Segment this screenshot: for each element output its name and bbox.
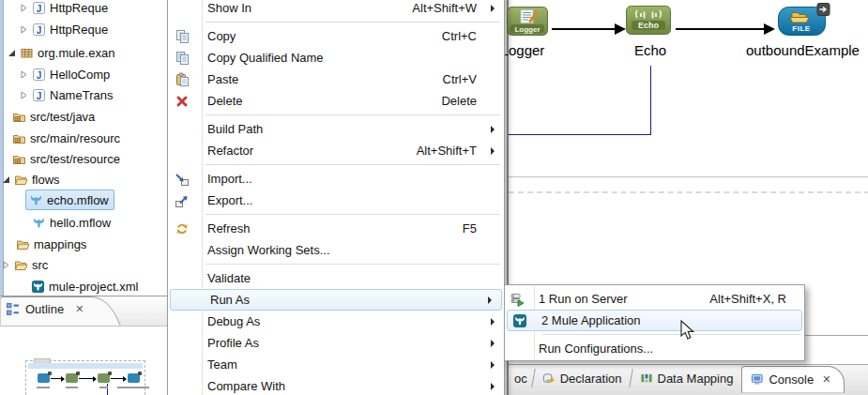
mule-flow-icon bbox=[29, 193, 43, 207]
tree-item-hello-mflow[interactable]: hello.mflow bbox=[3, 212, 111, 233]
expand-collapsed-icon[interactable] bbox=[21, 4, 29, 12]
tree-item-httpreque-1[interactable]: J HttpReque bbox=[3, 0, 108, 18]
expand-expanded-icon[interactable] bbox=[8, 49, 17, 57]
thumb-node bbox=[38, 373, 50, 383]
tree-item-label: NameTrans bbox=[50, 88, 113, 102]
submenu-arrow-icon bbox=[486, 147, 499, 155]
expand-collapsed-icon[interactable] bbox=[21, 91, 29, 99]
outline-tab-label: Outline bbox=[25, 302, 64, 316]
thumb-title-bar bbox=[28, 363, 143, 369]
tree-item-flows[interactable]: flows bbox=[3, 169, 60, 190]
flow-arrowhead bbox=[764, 23, 775, 35]
close-icon[interactable]: ✕ bbox=[75, 303, 84, 315]
java-class-icon: J bbox=[32, 23, 46, 37]
file-icon-label: FILE bbox=[792, 24, 810, 33]
tab-partial-oc[interactable]: oc bbox=[509, 366, 533, 391]
menu-item-import[interactable]: Import... bbox=[168, 168, 504, 190]
submenu-item-mule-application[interactable]: 2 Mule Application bbox=[507, 310, 802, 331]
run-on-server-icon bbox=[505, 292, 529, 307]
tab-outline[interactable]: Outline ✕ bbox=[7, 302, 84, 316]
close-icon[interactable]: ✕ bbox=[822, 373, 830, 386]
menu-item-assign-working-sets[interactable]: Assign Working Sets... bbox=[168, 239, 504, 261]
package-explorer: J HttpReque J HttpReque org.mule.exan J … bbox=[0, 0, 167, 296]
bottom-tab-bar: oc Declaration Data Mapping Console ✕ bbox=[509, 364, 868, 395]
tree-item-nametrans[interactable]: J NameTrans bbox=[3, 84, 113, 105]
submenu-arrow-icon bbox=[486, 5, 499, 12]
menu-item-validate[interactable]: Validate bbox=[168, 267, 504, 289]
flow-node-echo[interactable]: Echo bbox=[626, 6, 671, 38]
flow-node-logger[interactable]: Logger bbox=[507, 7, 548, 39]
expand-expanded-icon[interactable] bbox=[3, 175, 11, 184]
menu-item-run-as[interactable]: Run As bbox=[170, 289, 502, 311]
svg-text:J: J bbox=[37, 90, 42, 100]
mule-flow-icon bbox=[32, 216, 46, 230]
tree-item-mule-project-xml[interactable]: mule-project.xml bbox=[3, 276, 138, 296]
tab-label: Declaration bbox=[560, 372, 622, 386]
menu-item-compare-with[interactable]: Compare With bbox=[168, 375, 504, 395]
menu-item-show-in[interactable]: Show In Alt+Shift+W bbox=[168, 0, 504, 19]
submenu-item-run-on-server[interactable]: 1 Run on Server Alt+Shift+X, R bbox=[505, 288, 804, 310]
menu-item-refactor[interactable]: Refactor Alt+Shift+T bbox=[168, 140, 504, 161]
tree-item-echo-mflow[interactable]: echo.mflow bbox=[25, 190, 114, 210]
logger-icon-label: Logger bbox=[514, 25, 540, 34]
submenu-arrow-icon bbox=[486, 126, 499, 133]
flow-connector-vertical bbox=[650, 66, 651, 135]
flow-arrow bbox=[676, 28, 764, 30]
tree-item-package[interactable]: org.mule.exan bbox=[3, 42, 114, 63]
java-class-icon: J bbox=[32, 88, 46, 102]
tree-item-httpreque-2[interactable]: J HttpReque bbox=[3, 19, 108, 39]
svg-text:J: J bbox=[37, 3, 42, 13]
source-folder-icon bbox=[12, 152, 26, 166]
mouse-cursor bbox=[680, 320, 694, 341]
menu-item-debug-as[interactable]: Debug As bbox=[168, 311, 504, 332]
submenu-arrow-icon bbox=[486, 383, 499, 390]
menu-item-profile-as[interactable]: Profile As bbox=[168, 332, 504, 354]
menu-item-team[interactable]: Team bbox=[168, 354, 504, 375]
tree-item-src-main-resources[interactable]: src/main/resourc bbox=[3, 128, 120, 148]
tree-item-src-test-resources[interactable]: src/test/resource bbox=[3, 148, 120, 169]
tab-console[interactable]: Console ✕ bbox=[741, 366, 845, 393]
run-as-submenu: 1 Run on Server Alt+Shift+X, R 2 Mule Ap… bbox=[504, 284, 805, 361]
menu-item-export[interactable]: Export... bbox=[168, 190, 504, 211]
menu-item-delete[interactable]: Delete Delete bbox=[168, 90, 504, 112]
tree-item-src-test-java[interactable]: src/test/java bbox=[3, 106, 95, 127]
folder-open-icon bbox=[14, 258, 28, 272]
tree-item-label: echo.mflow bbox=[47, 193, 109, 207]
menu-item-copy-qualified-name[interactable]: Copy Qualified Name bbox=[168, 47, 504, 68]
folder-open-icon bbox=[14, 173, 28, 187]
tree-item-src[interactable]: src bbox=[3, 254, 48, 275]
source-folder-icon bbox=[12, 131, 26, 145]
menu-separator bbox=[505, 331, 804, 338]
tab-label: Console bbox=[769, 372, 814, 387]
tab-data-mapping[interactable]: Data Mapping bbox=[632, 366, 742, 391]
editor-separator-solid bbox=[509, 176, 868, 177]
console-icon bbox=[751, 373, 764, 386]
expand-collapsed-icon[interactable] bbox=[21, 70, 29, 79]
folder-open-icon bbox=[16, 237, 30, 251]
menu-item-refresh[interactable]: Refresh F5 bbox=[168, 218, 504, 239]
svg-text:J: J bbox=[37, 24, 42, 35]
source-folder-icon bbox=[12, 110, 26, 124]
expand-collapsed-icon[interactable] bbox=[3, 261, 11, 269]
submenu-item-run-configurations[interactable]: Run Configurations... bbox=[505, 338, 804, 359]
tree-item-label: org.mule.exan bbox=[38, 46, 114, 60]
tree-item-label: mappings bbox=[34, 237, 86, 251]
menu-item-paste[interactable]: Paste Ctrl+V bbox=[168, 68, 504, 90]
flow-connector-horizontal bbox=[509, 134, 650, 135]
menu-item-build-path[interactable]: Build Path bbox=[168, 118, 504, 140]
flow-node-label-echo: Echo bbox=[622, 42, 678, 58]
mule-application-icon bbox=[508, 313, 532, 328]
expand-collapsed-icon[interactable] bbox=[21, 25, 29, 34]
menu-item-copy[interactable]: Copy Ctrl+C bbox=[168, 25, 504, 47]
submenu-arrow-icon bbox=[486, 340, 499, 347]
delete-icon bbox=[168, 94, 196, 109]
tree-item-hellocomp[interactable]: J HelloComp bbox=[3, 64, 110, 84]
import-icon bbox=[168, 172, 196, 187]
outline-thumbnail[interactable] bbox=[25, 360, 145, 395]
flow-node-outbound-file[interactable]: FILE bbox=[777, 3, 831, 40]
tree-item-mappings[interactable]: mappings bbox=[3, 234, 86, 254]
menu-separator bbox=[168, 112, 504, 118]
menu-separator bbox=[168, 19, 504, 25]
menu-separator bbox=[168, 261, 504, 267]
tab-declaration[interactable]: Declaration bbox=[534, 366, 631, 391]
